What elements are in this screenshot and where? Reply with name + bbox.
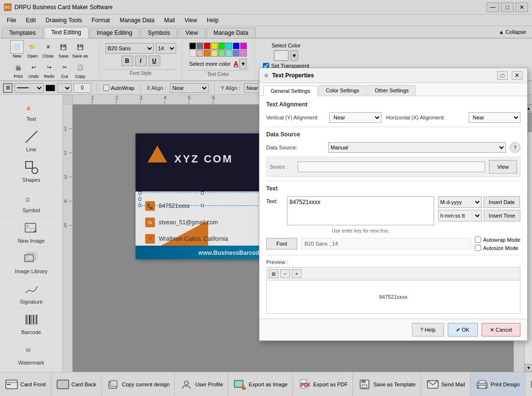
color-cell-green[interactable] (218, 43, 225, 49)
line-color-select[interactable] (57, 83, 72, 93)
tab-templates[interactable]: Templates (2, 28, 43, 38)
color-cell-cyan[interactable] (226, 43, 232, 49)
font-name-select[interactable]: B20 Sans (106, 43, 154, 54)
insert-date-button[interactable]: Insert Date (484, 196, 520, 208)
open-button[interactable]: 📁 Open (26, 40, 39, 59)
sidebar-item-image-library[interactable]: Image Library (0, 247, 62, 278)
print-button[interactable]: 🖨️ Print (12, 60, 25, 79)
color-cell-lightgreen[interactable] (218, 50, 225, 57)
tab-view[interactable]: View (178, 28, 205, 38)
card-batch-button[interactable]: Card Batch Data (525, 372, 532, 396)
series-input[interactable] (298, 161, 485, 172)
help-icon-btn[interactable]: ? (510, 142, 520, 153)
tab-manage-data[interactable]: Manage Data (206, 28, 256, 38)
data-source-select[interactable]: ManualDatabaseSerial (328, 142, 506, 153)
time-format-select[interactable]: h:mm:ss tt (438, 210, 482, 221)
bg-color-box[interactable] (274, 50, 289, 61)
menu-item-format[interactable]: Format (87, 16, 115, 25)
font-size-select[interactable]: 14 (156, 43, 176, 54)
insert-time-button[interactable]: Insert Time (484, 210, 520, 221)
x-align-select[interactable]: NearCenterFar (170, 83, 209, 93)
user-profile-button[interactable]: User Profile (175, 372, 228, 396)
menu-item-view[interactable]: View (180, 16, 202, 25)
print-design-button[interactable]: Print Design (471, 372, 525, 396)
modal-close-button[interactable]: ✕ (512, 71, 522, 80)
export-image-button[interactable]: Export as Image (228, 372, 293, 396)
color-cell-orange[interactable] (204, 50, 211, 57)
color-cell-lightblue[interactable] (233, 50, 240, 57)
export-pdf-button[interactable]: PDF Export as PDF (293, 372, 353, 396)
copy-design-button[interactable]: Copy current design (102, 372, 175, 396)
italic-button[interactable]: I (135, 56, 147, 66)
preview-zoom-in-btn[interactable]: + (292, 269, 302, 278)
color-cell-yellow[interactable] (211, 43, 218, 49)
preview-zoom-out-btn[interactable]: − (280, 269, 290, 278)
autowrap-mode-checkbox[interactable] (475, 236, 481, 243)
cancel-button[interactable]: ✕ Cancel (482, 323, 520, 337)
tab-image-editing[interactable]: Image Editing (90, 28, 139, 38)
vertical-alignment-select[interactable]: NearCenterFar (329, 112, 381, 123)
sidebar-item-watermark[interactable]: W Watermark (0, 338, 62, 369)
help-button[interactable]: ? Help (412, 323, 444, 337)
color-cell-magenta[interactable] (240, 43, 247, 49)
card-back-button[interactable]: Card Back (51, 372, 102, 396)
underline-button[interactable]: U (149, 56, 160, 66)
font-button[interactable]: Font (266, 238, 297, 249)
sidebar-item-line[interactable]: Line (0, 125, 62, 156)
text-color-picker[interactable]: A ▼ (233, 59, 247, 69)
modal-maximize-button[interactable]: □ (497, 71, 508, 80)
autosize-mode-checkbox[interactable] (475, 245, 481, 251)
save-template-button[interactable]: Save as Template (353, 372, 421, 396)
ok-button[interactable]: ✔ OK (448, 323, 478, 337)
menu-item-drawing-tools[interactable]: Drawing Tools (41, 16, 87, 25)
save-as-button[interactable]: 💾 Save as (72, 40, 88, 59)
minimize-button[interactable]: — (486, 2, 499, 12)
close-button[interactable]: ✕ (516, 2, 528, 12)
menu-item-mail[interactable]: Mail (159, 16, 180, 25)
view-button[interactable]: View (489, 160, 517, 174)
sidebar-item-signature[interactable]: Signature (0, 278, 62, 308)
color-cell-lightcyan[interactable] (226, 50, 232, 57)
card-front-button[interactable]: Card Front (0, 372, 51, 396)
menu-item-file[interactable]: File (2, 16, 21, 25)
menu-item-edit[interactable]: Edit (21, 16, 41, 25)
autowrap-checkbox[interactable] (103, 85, 109, 91)
bold-button[interactable]: B (122, 56, 133, 66)
color-cell-white[interactable] (189, 50, 196, 57)
line-width-input[interactable] (74, 83, 91, 93)
color-cell-red[interactable] (204, 43, 211, 49)
tab-text-editing[interactable]: Text Editing (44, 27, 89, 38)
color-cell-lightyellow[interactable] (211, 50, 218, 57)
color-cell-blue[interactable] (233, 43, 240, 49)
sidebar-item-text[interactable]: A Text (0, 95, 62, 125)
menu-item-manage-data[interactable]: Manage Data (115, 16, 159, 25)
modal-tab-other[interactable]: Other Settings (367, 85, 416, 96)
color-cell-lightpink[interactable] (197, 50, 203, 57)
copy-button[interactable]: 📋 Copy (74, 60, 87, 79)
color-cell-gray[interactable] (197, 43, 203, 49)
sidebar-item-symbol[interactable]: Ω Symbol (0, 186, 62, 217)
text-color-dropdown[interactable]: ▼ (239, 59, 247, 69)
scroll-down-button[interactable]: ▼ (525, 364, 532, 372)
sidebar-item-card-properties[interactable]: Card Properties (0, 369, 62, 372)
collapse-button[interactable]: ▲ Collapse (495, 28, 530, 36)
sidebar-item-barcode[interactable]: Barcode (0, 308, 62, 338)
new-button[interactable]: 📄 New (10, 40, 24, 59)
redo-button[interactable]: ↪ Redo (43, 60, 56, 79)
cut-button[interactable]: ✂ Cut (58, 60, 72, 79)
menu-item-help[interactable]: Help (202, 16, 224, 25)
undo-button[interactable]: ↩ Undo (27, 60, 41, 79)
line-style-select[interactable]: ━━━━ (15, 83, 44, 93)
bg-color-dropdown[interactable]: ▼ (290, 50, 298, 61)
close-button[interactable]: ✕ Close (41, 40, 55, 59)
modal-tab-general[interactable]: General Settings (263, 86, 318, 96)
text-textarea[interactable]: 847521xxxx (287, 196, 434, 225)
color-cell-lightmagenta[interactable] (240, 50, 247, 57)
date-format-select[interactable]: M-d-yyyy (438, 196, 482, 208)
save-button[interactable]: 💾 Save (57, 40, 70, 59)
modal-tab-color[interactable]: Color Settings (319, 85, 366, 96)
color-cell-black[interactable] (189, 43, 196, 49)
sidebar-item-new-image[interactable]: + New Image (0, 217, 62, 247)
tab-symbols[interactable]: Symbols (140, 28, 177, 38)
sidebar-item-shapes[interactable]: Shapes (0, 156, 62, 186)
